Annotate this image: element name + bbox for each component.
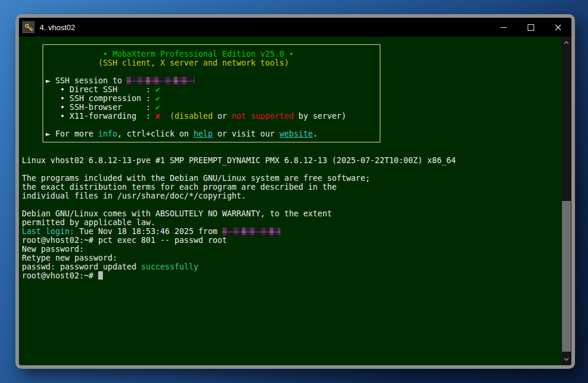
- terminal-line: [22, 67, 557, 76]
- window-titlebar[interactable]: 4. vhost02: [19, 18, 571, 37]
- terminal-line: [22, 121, 557, 129]
- terminal-line: root@vhost02:~#: [22, 271, 557, 280]
- redacted-host-address: [127, 77, 195, 85]
- terminal-line: The programs included with the Debian GN…: [22, 174, 557, 183]
- scroll-up-button[interactable]: [561, 37, 571, 48]
- close-button[interactable]: [544, 18, 571, 37]
- terminal-line: root@vhost02:~# pct exec 801 -- passwd r…: [22, 236, 557, 245]
- terminal-line: [22, 165, 557, 174]
- terminal-line: Linux vhost02 6.8.12-13-pve #1 SMP PREEM…: [22, 156, 557, 165]
- key-icon-glyph: [24, 23, 33, 32]
- website-link[interactable]: website: [279, 129, 312, 138]
- terminal-line: • X11-forwarding : ✘ (disabled or not su…: [22, 112, 557, 121]
- help-link[interactable]: help: [193, 129, 212, 138]
- terminal-line: [22, 147, 557, 156]
- minimize-icon: [500, 27, 507, 28]
- terminal-line: Last login: Tue Nov 18 18:53:46 2025 fro…: [22, 227, 557, 236]
- terminal-line: permitted by applicable law.: [22, 218, 557, 227]
- minimize-button[interactable]: [490, 18, 517, 37]
- close-icon: [555, 24, 561, 31]
- terminal-line: individual files in /usr/share/doc/*/cop…: [22, 192, 557, 200]
- terminal-window: 4. vhost02 • MobaXterm Professional Edit…: [15, 14, 575, 369]
- redacted-client-address: [222, 228, 280, 235]
- terminal-line: passwd: password updated successfully: [22, 262, 557, 271]
- terminal-text: • MobaXterm Professional Edition v25.0 •…: [22, 50, 557, 280]
- terminal-line: New password:: [22, 245, 557, 254]
- key-icon[interactable]: [22, 21, 34, 33]
- terminal-line: the exact distribution terms for each pr…: [22, 183, 557, 192]
- maximize-button[interactable]: [517, 18, 544, 37]
- terminal-line: • SSH-browser : ✔: [22, 103, 557, 112]
- terminal-cursor: [98, 271, 103, 280]
- scroll-down-button[interactable]: [561, 353, 571, 365]
- maximize-icon: [528, 24, 534, 31]
- terminal-line: • Direct SSH : ✔: [22, 85, 557, 94]
- chevron-down-icon: [564, 358, 569, 361]
- desktop: { "window": { "title": "4. vhost02", "ic…: [0, 0, 588, 383]
- terminal-line: • SSH compression : ✔: [22, 94, 557, 103]
- terminal-line: • MobaXterm Professional Edition v25.0 •: [22, 50, 557, 59]
- terminal-line: Debian GNU/Linux comes with ABSOLUTELY N…: [22, 209, 557, 218]
- terminal-line: [22, 200, 557, 209]
- window-controls: [490, 18, 571, 37]
- scrollbar-thumb[interactable]: [562, 201, 571, 352]
- terminal-line: Retype new password:: [22, 254, 557, 262]
- terminal-screen[interactable]: • MobaXterm Professional Edition v25.0 •…: [19, 37, 571, 365]
- scrollbar[interactable]: [561, 37, 571, 365]
- terminal-line: ► SSH session to: [22, 76, 557, 85]
- chevron-up-icon: [564, 41, 569, 44]
- terminal-line: ► For more info, ctrl+click on help or v…: [22, 129, 557, 138]
- terminal-line: (SSH client, X server and network tools): [22, 59, 557, 67]
- window-title: 4. vhost02: [40, 23, 75, 32]
- terminal-line: [22, 138, 557, 147]
